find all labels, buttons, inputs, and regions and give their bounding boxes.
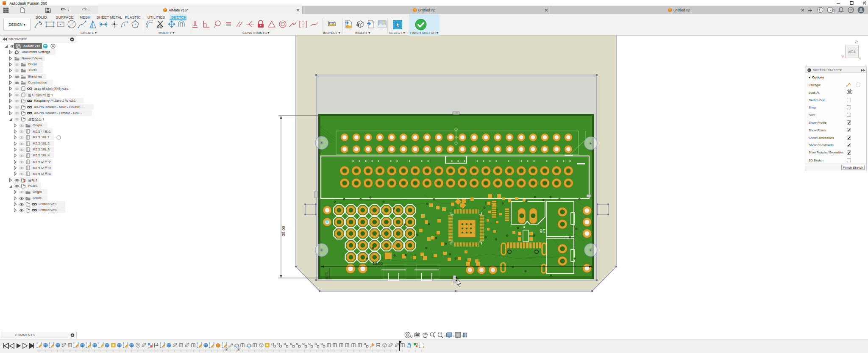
svg-text:50.00: 50.00: [373, 261, 383, 266]
svg-text:0.75: 0.75: [325, 272, 328, 279]
svg-text:35.00: 35.00: [281, 226, 286, 236]
svg-text:16: 16: [540, 228, 545, 234]
